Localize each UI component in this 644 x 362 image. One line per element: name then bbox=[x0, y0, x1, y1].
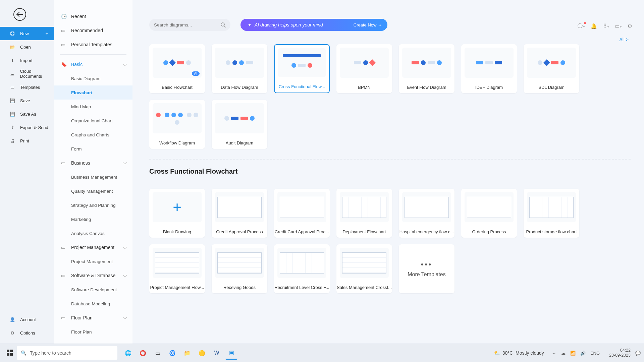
cat-floor-sub[interactable]: Floor Plan bbox=[54, 325, 132, 339]
card-preview: AI bbox=[153, 48, 202, 78]
app-chrome[interactable]: 🟡 bbox=[196, 346, 208, 360]
cat-graphs[interactable]: Graphs and Charts bbox=[54, 128, 132, 142]
card-label: Receving Goods bbox=[212, 281, 267, 293]
cat-form[interactable]: Form bbox=[54, 142, 132, 156]
type-card-7[interactable]: Workflow Diagram bbox=[149, 100, 205, 149]
sparkle-icon: ✦ bbox=[247, 22, 251, 27]
app-word[interactable]: W bbox=[211, 346, 223, 360]
template-card-2[interactable]: Credit Card Approval Proc... bbox=[274, 189, 330, 238]
template-card-10[interactable]: Sales Management Crossf... bbox=[336, 244, 392, 293]
cat-pm-sub[interactable]: Project Management bbox=[54, 254, 132, 268]
template-card-1[interactable]: Credit Approval Process bbox=[212, 189, 267, 238]
tray-notifications-icon[interactable]: 💬 bbox=[635, 351, 641, 356]
template-card-6[interactable]: Product storage flow chart bbox=[524, 189, 579, 238]
taskbar-clock[interactable]: 04:22 23-09-2023 bbox=[609, 348, 631, 358]
search-input[interactable] bbox=[154, 22, 220, 27]
template-card-3[interactable]: Deployment Flowchart bbox=[336, 189, 392, 238]
cat-head-floor[interactable]: ▭Floor Plan bbox=[54, 311, 132, 325]
back-button[interactable] bbox=[13, 8, 26, 21]
cat-sp[interactable]: Strategy and Planning bbox=[54, 198, 132, 212]
template-card-9[interactable]: Recruitment Level Cross F... bbox=[274, 244, 330, 293]
cat-swdev[interactable]: Software Development bbox=[54, 283, 132, 297]
menu-icon[interactable]: ▭▾ bbox=[615, 23, 622, 29]
app-globe[interactable]: 🌐 bbox=[122, 346, 134, 360]
app-explorer[interactable]: 📁 bbox=[181, 346, 193, 360]
more-templates-card[interactable]: •••More Templates bbox=[399, 244, 454, 293]
card-label: Ordering Process bbox=[461, 226, 517, 238]
ai-banner[interactable]: ✦ AI drawing helps open your mind Create… bbox=[240, 19, 387, 31]
template-card-0[interactable]: +Blank Drawing bbox=[149, 189, 205, 238]
card-label: Event Flow Diagram bbox=[399, 81, 454, 93]
gear-icon[interactable]: ⚙ bbox=[628, 23, 632, 29]
file-menu-import[interactable]: ⬇Import bbox=[0, 54, 54, 67]
all-link[interactable]: All > bbox=[619, 37, 629, 42]
templates-icon: ▭ bbox=[9, 84, 15, 90]
cat-personal-templates[interactable]: ▭Personal Templates bbox=[54, 38, 132, 52]
file-menu-templates[interactable]: ▭Templates bbox=[0, 80, 54, 94]
swimlane-preview bbox=[342, 252, 386, 274]
cat-head-basic[interactable]: 🔖Basic bbox=[54, 57, 132, 71]
app-taskview[interactable]: ▭ bbox=[152, 346, 164, 360]
taskbar-weather[interactable]: ⛅ 30°C Mostly cloudy bbox=[494, 350, 544, 356]
template-card-5[interactable]: Ordering Process bbox=[461, 189, 517, 238]
card-label: Workflow Diagram bbox=[149, 137, 205, 149]
template-card-4[interactable]: Hospital emergency flow c... bbox=[399, 189, 454, 238]
plus-icon[interactable]: ＋ bbox=[45, 31, 49, 37]
cat-mkt[interactable]: Marketing bbox=[54, 212, 132, 226]
app-edrawmax[interactable]: ▣ bbox=[225, 346, 237, 360]
type-card-4[interactable]: Event Flow Diagram bbox=[399, 44, 454, 93]
type-card-5[interactable]: IDEF Diagram bbox=[461, 44, 517, 93]
cat-bm[interactable]: Business Management bbox=[54, 170, 132, 184]
card-preview bbox=[277, 248, 326, 278]
start-button[interactable] bbox=[7, 350, 13, 356]
bell-icon[interactable]: 🔔 bbox=[591, 23, 597, 29]
file-menu-account[interactable]: 👤Account bbox=[0, 313, 54, 326]
app-cortana[interactable]: ⭕ bbox=[137, 346, 149, 360]
type-card-0[interactable]: AIBasic Flowchart bbox=[149, 44, 205, 93]
tray-onedrive-icon[interactable]: ☁ bbox=[561, 351, 566, 356]
cat-flowchart[interactable]: Flowchart bbox=[54, 85, 132, 100]
file-menu-export[interactable]: ⤴Export & Send bbox=[0, 121, 54, 134]
template-card-7[interactable]: Project Management Flow... bbox=[149, 244, 205, 293]
app-edge[interactable]: 🌀 bbox=[166, 346, 178, 360]
file-menu-new[interactable]: New ＋ bbox=[0, 27, 54, 40]
type-card-3[interactable]: BPMN bbox=[336, 44, 392, 93]
tag-icon: 🔖 bbox=[61, 62, 67, 67]
cloud-icon: ☁ bbox=[9, 71, 15, 77]
apps-icon[interactable]: ⠿▾ bbox=[603, 23, 609, 29]
search-box[interactable] bbox=[149, 19, 230, 31]
template-card-8[interactable]: Receving Goods bbox=[212, 244, 267, 293]
type-card-2[interactable]: Cross Functional Flow... bbox=[274, 44, 330, 93]
svg-rect-7 bbox=[7, 350, 9, 352]
help-icon[interactable]: ⓘ▾ bbox=[578, 23, 585, 29]
tray-wifi-icon[interactable]: 📶 bbox=[570, 351, 576, 356]
type-card-6[interactable]: SDL Diagram bbox=[524, 44, 579, 93]
main-content: ✦ AI drawing helps open your mind Create… bbox=[132, 0, 644, 344]
cat-head-business[interactable]: ▭Business bbox=[54, 156, 132, 170]
cat-head-sw[interactable]: ▭Software & Database bbox=[54, 268, 132, 283]
taskbar-search[interactable]: 🔍 Type here to search bbox=[17, 346, 117, 360]
search-icon[interactable] bbox=[220, 22, 226, 27]
cat-recent[interactable]: 🕒Recent bbox=[54, 9, 132, 23]
cat-basic-diagram[interactable]: Basic Diagram bbox=[54, 71, 132, 85]
file-menu-save[interactable]: 💾Save bbox=[0, 94, 54, 107]
file-menu-bottom: 👤Account ⚙Options bbox=[0, 313, 54, 340]
tray-lang[interactable]: ENG bbox=[590, 351, 600, 356]
cat-head-pm[interactable]: ▭Project Management bbox=[54, 240, 132, 254]
cat-mindmap[interactable]: Mind Map bbox=[54, 100, 132, 114]
file-menu-options[interactable]: ⚙Options bbox=[0, 326, 54, 340]
cat-db[interactable]: Database Modeling bbox=[54, 297, 132, 311]
file-menu-saveas[interactable]: 💾Save As bbox=[0, 107, 54, 121]
file-menu-print[interactable]: 🖨Print bbox=[0, 134, 54, 147]
ai-create-now[interactable]: Create Now → bbox=[354, 22, 382, 27]
type-card-8[interactable]: Audit Diagram bbox=[212, 100, 267, 149]
cat-orgchart[interactable]: Organizational Chart bbox=[54, 114, 132, 128]
type-card-1[interactable]: Data Flow Diagram bbox=[212, 44, 267, 93]
file-menu-cloud[interactable]: ☁Cloud Documents bbox=[0, 67, 54, 80]
file-menu-open[interactable]: 📂Open bbox=[0, 40, 54, 54]
cat-ac[interactable]: Analysis Canvas bbox=[54, 226, 132, 240]
tray-volume-icon[interactable]: 🔊 bbox=[580, 351, 586, 356]
cat-recommended[interactable]: ▭Recommended bbox=[54, 23, 132, 38]
tray-chevron-icon[interactable]: ︿ bbox=[552, 350, 556, 356]
cat-qm[interactable]: Quality Management bbox=[54, 184, 132, 198]
